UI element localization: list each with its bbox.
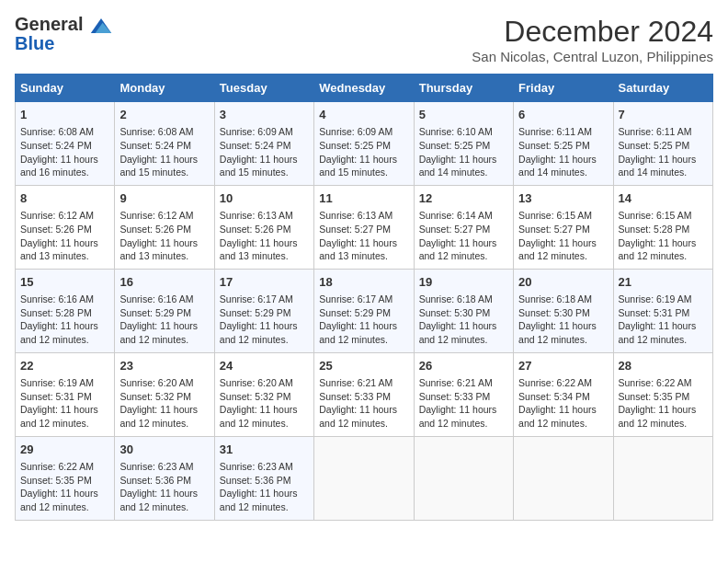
day-info-line: Sunset: 5:25 PM [619, 139, 708, 153]
day-info-line: Sunrise: 6:16 AM [20, 293, 109, 306]
calendar-cell: 10Sunrise: 6:13 AMSunset: 5:26 PMDayligh… [214, 185, 313, 269]
day-number: 31 [220, 442, 309, 458]
day-info-line: Sunrise: 6:21 AM [319, 376, 408, 390]
calendar-cell: 12Sunrise: 6:14 AMSunset: 5:27 PMDayligh… [414, 185, 513, 269]
calendar-cell: 30Sunrise: 6:23 AMSunset: 5:36 PMDayligh… [115, 436, 214, 520]
day-info-line: Sunset: 5:24 PM [119, 139, 209, 153]
day-info-line: Sunrise: 6:09 AM [220, 125, 309, 139]
day-info-line: Daylight: 11 hours [119, 487, 209, 500]
day-info-line: and 12 minutes. [319, 417, 408, 431]
day-number: 13 [518, 190, 608, 207]
day-info-line: Sunrise: 6:22 AM [619, 376, 708, 390]
day-info-line: Sunset: 5:26 PM [220, 223, 309, 236]
day-info-line: Sunrise: 6:09 AM [319, 125, 408, 139]
day-info-line: Sunset: 5:33 PM [319, 390, 408, 404]
day-number: 18 [319, 274, 408, 291]
calendar-cell: 21Sunrise: 6:19 AMSunset: 5:31 PMDayligh… [613, 269, 712, 352]
day-info-line: Sunrise: 6:16 AM [119, 293, 209, 306]
day-info-line: Sunrise: 6:23 AM [119, 460, 209, 474]
day-info-line: Daylight: 11 hours [220, 153, 309, 167]
day-info-line: and 12 minutes. [419, 417, 508, 431]
day-info-line: Sunrise: 6:17 AM [220, 293, 309, 306]
day-info-line: Daylight: 11 hours [20, 487, 109, 500]
day-number: 15 [20, 274, 109, 291]
day-info-line: Daylight: 11 hours [119, 403, 209, 417]
day-info-line: Daylight: 11 hours [319, 403, 408, 417]
day-info-line: Daylight: 11 hours [619, 153, 708, 167]
calendar-week-5: 29Sunrise: 6:22 AMSunset: 5:35 PMDayligh… [16, 436, 713, 520]
day-number: 14 [619, 190, 708, 207]
calendar-cell: 8Sunrise: 6:12 AMSunset: 5:26 PMDaylight… [16, 185, 115, 269]
day-info-line: Daylight: 11 hours [419, 153, 508, 167]
day-info-line: Sunrise: 6:15 AM [619, 209, 708, 223]
calendar-cell [613, 436, 712, 520]
day-info-line: and 15 minutes. [220, 166, 309, 179]
day-number: 30 [119, 442, 209, 458]
day-header-sunday: Sunday [16, 75, 115, 102]
day-info-line: Sunrise: 6:17 AM [319, 293, 408, 306]
day-number: 22 [20, 358, 109, 374]
day-info-line: and 12 minutes. [518, 249, 608, 263]
day-info-line: Sunset: 5:26 PM [119, 223, 209, 236]
calendar-cell: 26Sunrise: 6:21 AMSunset: 5:33 PMDayligh… [414, 352, 513, 436]
day-info-line: Sunrise: 6:11 AM [518, 125, 608, 139]
calendar-week-2: 8Sunrise: 6:12 AMSunset: 5:26 PMDaylight… [16, 185, 713, 269]
day-number: 10 [220, 190, 309, 207]
day-header-saturday: Saturday [613, 75, 712, 102]
calendar-cell: 14Sunrise: 6:15 AMSunset: 5:28 PMDayligh… [613, 185, 712, 269]
calendar-cell: 24Sunrise: 6:20 AMSunset: 5:32 PMDayligh… [214, 352, 313, 436]
day-info-line: Sunrise: 6:13 AM [319, 209, 408, 223]
calendar-cell: 31Sunrise: 6:23 AMSunset: 5:36 PMDayligh… [214, 436, 313, 520]
day-info-line: and 12 minutes. [619, 333, 708, 347]
day-info-line: and 13 minutes. [119, 249, 209, 263]
day-info-line: Daylight: 11 hours [119, 153, 209, 167]
day-info-line: Daylight: 11 hours [119, 319, 209, 333]
day-info-line: and 12 minutes. [220, 333, 309, 347]
day-info-line: and 12 minutes. [119, 333, 209, 347]
day-info-line: Sunrise: 6:13 AM [220, 209, 309, 223]
day-info-line: and 12 minutes. [220, 500, 309, 514]
calendar-cell: 6Sunrise: 6:11 AMSunset: 5:25 PMDaylight… [514, 102, 613, 186]
day-info-line: Daylight: 11 hours [220, 236, 309, 250]
day-info-line: and 12 minutes. [119, 500, 209, 514]
day-info-line: Daylight: 11 hours [20, 236, 109, 250]
day-info-line: Daylight: 11 hours [518, 403, 608, 417]
calendar-cell: 27Sunrise: 6:22 AMSunset: 5:34 PMDayligh… [514, 352, 613, 436]
day-info-line: Sunset: 5:25 PM [518, 139, 608, 153]
calendar-week-3: 15Sunrise: 6:16 AMSunset: 5:28 PMDayligh… [16, 269, 713, 352]
day-info-line: Sunrise: 6:19 AM [619, 293, 708, 306]
calendar-cell: 3Sunrise: 6:09 AMSunset: 5:24 PMDaylight… [214, 102, 313, 186]
day-info-line: and 12 minutes. [20, 500, 109, 514]
day-info-line: and 12 minutes. [419, 249, 508, 263]
day-info-line: Sunrise: 6:08 AM [119, 125, 209, 139]
day-info-line: Sunset: 5:27 PM [518, 223, 608, 236]
day-info-line: Daylight: 11 hours [119, 236, 209, 250]
day-info-line: Sunrise: 6:11 AM [619, 125, 708, 139]
header: General Blue December 2024 San Nicolas, … [15, 15, 713, 64]
day-info-line: Sunset: 5:32 PM [220, 390, 309, 404]
day-info-line: Daylight: 11 hours [220, 487, 309, 500]
day-info-line: and 14 minutes. [518, 166, 608, 179]
day-info-line: Sunrise: 6:21 AM [419, 376, 508, 390]
calendar-cell: 11Sunrise: 6:13 AMSunset: 5:27 PMDayligh… [314, 185, 414, 269]
day-info-line: Sunrise: 6:19 AM [20, 376, 109, 390]
day-info-line: Sunrise: 6:20 AM [220, 376, 309, 390]
day-header-tuesday: Tuesday [214, 75, 313, 102]
day-info-line: Sunset: 5:29 PM [319, 306, 408, 320]
day-info-line: and 12 minutes. [518, 333, 608, 347]
day-number: 27 [518, 358, 608, 374]
day-number: 28 [619, 358, 708, 374]
day-info-line: Sunset: 5:30 PM [518, 306, 608, 320]
day-info-line: Sunrise: 6:20 AM [119, 376, 209, 390]
day-info-line: Sunrise: 6:15 AM [518, 209, 608, 223]
day-number: 4 [319, 107, 408, 123]
calendar-cell: 29Sunrise: 6:22 AMSunset: 5:35 PMDayligh… [16, 436, 115, 520]
day-header-monday: Monday [115, 75, 214, 102]
day-number: 2 [119, 107, 209, 123]
day-info-line: and 13 minutes. [220, 249, 309, 263]
day-header-friday: Friday [514, 75, 613, 102]
day-info-line: and 12 minutes. [119, 417, 209, 431]
day-number: 29 [20, 442, 109, 458]
day-number: 6 [518, 107, 608, 123]
day-info-line: Sunset: 5:27 PM [319, 223, 408, 236]
